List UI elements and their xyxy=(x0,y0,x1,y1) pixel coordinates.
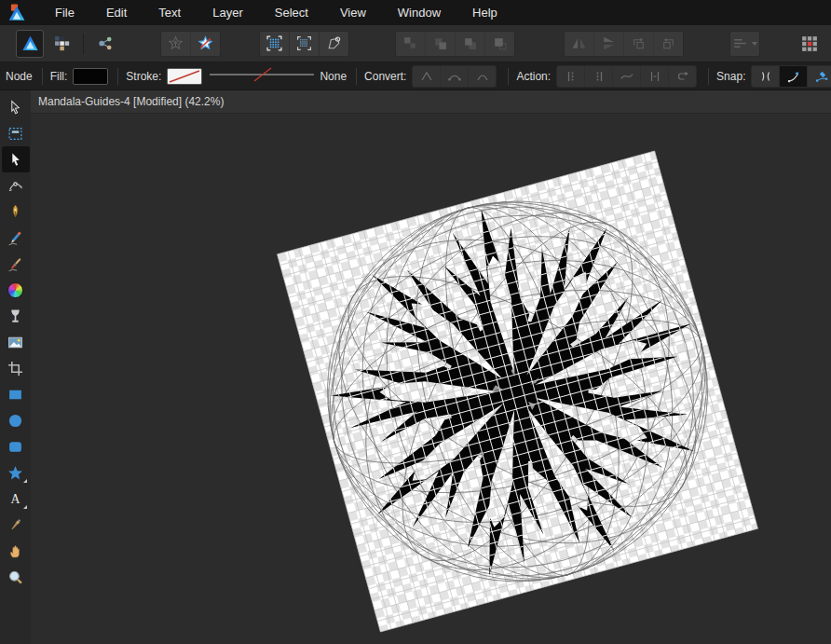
export-persona-icon xyxy=(98,35,114,51)
join-curves-button[interactable] xyxy=(641,66,669,87)
star-icon xyxy=(7,465,23,481)
reverse-curves-icon xyxy=(675,69,690,84)
pen-tool[interactable] xyxy=(2,199,30,225)
node-smart-icon xyxy=(475,69,490,84)
fill-swatch[interactable] xyxy=(73,68,108,85)
place-image-tool[interactable] xyxy=(2,329,30,355)
move-to-back-button[interactable] xyxy=(396,32,426,56)
toolbar-group xyxy=(259,31,349,57)
place-image-icon xyxy=(7,335,23,350)
snap-button-group xyxy=(751,65,831,88)
close-curve-icon xyxy=(592,69,606,84)
canvas-area[interactable] xyxy=(31,114,831,644)
main-toolbar xyxy=(0,25,831,62)
select-same-button[interactable] xyxy=(290,32,320,56)
smooth-curve-button[interactable] xyxy=(613,66,641,87)
forward-one-button[interactable] xyxy=(456,32,485,56)
pixel-persona-button[interactable] xyxy=(48,31,75,57)
rotate-cw-button[interactable] xyxy=(654,32,683,56)
text-icon: A xyxy=(7,491,23,507)
rectangle-icon xyxy=(7,387,23,403)
menu-layer[interactable]: Layer xyxy=(197,0,259,25)
stroke-style-preview[interactable] xyxy=(210,66,314,86)
designer-persona-button[interactable] xyxy=(16,30,44,58)
stroke-none-icon xyxy=(210,66,314,83)
snap-to-geometry-button[interactable] xyxy=(752,66,780,87)
dots-grid2-icon xyxy=(296,35,312,51)
move-to-front-button[interactable] xyxy=(485,32,514,56)
zoom-tool[interactable] xyxy=(2,564,30,590)
pencil-icon xyxy=(7,230,23,246)
document-tab[interactable]: Mandala-Guides-4 [Modified] (42.2%) xyxy=(31,95,224,108)
menu-select[interactable]: Select xyxy=(259,0,324,25)
divider xyxy=(508,68,509,85)
convert-to-sharp-button[interactable] xyxy=(413,66,441,87)
point-transform-icon xyxy=(7,178,23,194)
rotate-ccw-button[interactable] xyxy=(624,32,654,56)
insert-inside-button[interactable] xyxy=(161,32,191,56)
export-persona-button[interactable] xyxy=(92,31,118,57)
star-up-icon xyxy=(168,35,184,51)
transparency-tool[interactable] xyxy=(2,303,30,329)
back-one-button[interactable] xyxy=(426,32,456,56)
color-wheel-icon xyxy=(7,282,23,298)
ellipse-tool[interactable] xyxy=(2,407,30,433)
eyedropper-icon xyxy=(7,517,23,533)
snap-geometry-icon xyxy=(758,69,773,84)
point-transform-tool[interactable] xyxy=(2,172,30,199)
break-curve-button[interactable] xyxy=(557,66,585,87)
close-curve-button[interactable] xyxy=(585,66,613,87)
transform-mode-button[interactable] xyxy=(320,32,348,56)
action-label: Action: xyxy=(516,70,551,83)
rectangle-tool[interactable] xyxy=(2,381,30,407)
vector-crop-tool[interactable] xyxy=(2,355,30,381)
alignment-button[interactable] xyxy=(730,32,759,56)
vector-brush-tool[interactable] xyxy=(2,251,30,277)
app-logo-icon xyxy=(7,4,28,22)
divider xyxy=(708,68,709,85)
divider xyxy=(356,68,357,85)
menu-edit[interactable]: Edit xyxy=(90,0,143,25)
edit-selection-button[interactable] xyxy=(191,32,220,56)
flip-v-icon xyxy=(601,35,617,51)
svg-text:A: A xyxy=(11,492,20,506)
snap-while-drawing-button[interactable] xyxy=(808,66,831,87)
reverse-curves-button[interactable] xyxy=(669,66,696,87)
select-object-button[interactable] xyxy=(260,32,290,56)
menu-view[interactable]: View xyxy=(324,0,382,25)
menu-window[interactable]: Window xyxy=(382,0,456,25)
stroke-swatch[interactable] xyxy=(167,68,202,85)
flip-horizontal-button[interactable] xyxy=(565,32,594,56)
mandala-artwork xyxy=(31,114,831,644)
move-tool[interactable] xyxy=(2,94,30,120)
snap-off-curve-button[interactable] xyxy=(780,66,808,87)
node-smooth-icon xyxy=(447,69,462,84)
stroke-width-value[interactable]: None xyxy=(320,70,347,83)
arrange-back-one-icon xyxy=(432,35,448,51)
menu-file[interactable]: File xyxy=(39,0,90,25)
stroke-label: Stroke: xyxy=(126,70,161,83)
pencil-tool[interactable] xyxy=(2,225,30,251)
arrange-forward-one-icon xyxy=(462,35,478,51)
view-pan-tool[interactable] xyxy=(2,538,30,564)
star-tool[interactable] xyxy=(2,459,30,486)
rounded-rectangle-tool[interactable] xyxy=(2,433,30,459)
colour-picker-tool[interactable] xyxy=(2,512,30,538)
fill-label: Fill: xyxy=(50,70,68,83)
align-lines-icon xyxy=(732,35,748,51)
convert-to-smart-button[interactable] xyxy=(469,66,496,87)
menu-text[interactable]: Text xyxy=(143,0,197,25)
divider xyxy=(117,68,118,85)
brush-icon xyxy=(7,256,23,272)
convert-to-smooth-button[interactable] xyxy=(441,66,469,87)
tool-mode-label: Node xyxy=(6,70,33,83)
node-tool[interactable] xyxy=(2,146,30,172)
fill-gradient-tool[interactable] xyxy=(2,277,30,303)
move-icon xyxy=(7,100,23,116)
menu-help[interactable]: Help xyxy=(456,0,513,25)
snapping-manager-button[interactable] xyxy=(797,31,823,57)
flip-vertical-button[interactable] xyxy=(594,32,624,56)
convert-label: Convert: xyxy=(364,70,406,83)
artistic-text-tool[interactable]: A xyxy=(2,486,30,512)
artboard-tool[interactable] xyxy=(2,120,30,146)
